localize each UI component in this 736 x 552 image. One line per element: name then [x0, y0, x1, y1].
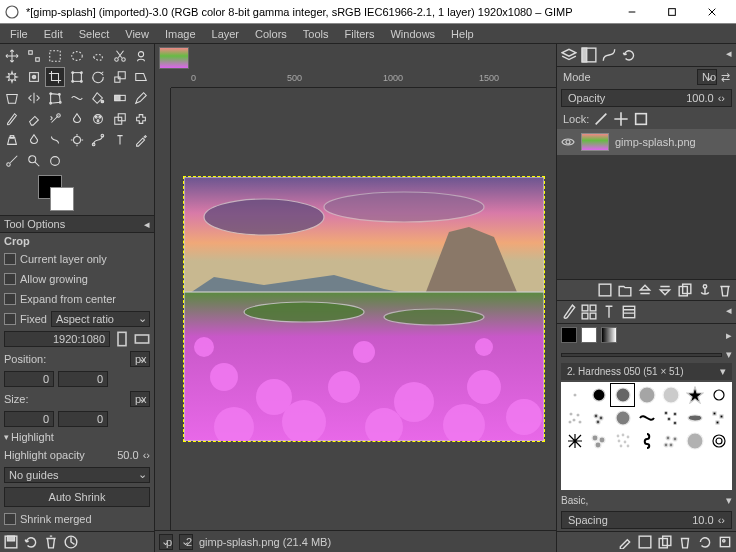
tool-airbrush[interactable]: [45, 109, 65, 129]
tool-eraser[interactable]: [24, 109, 44, 129]
brush-item[interactable]: [563, 384, 586, 406]
status-zoom-dropdown[interactable]: 28.9 %: [179, 534, 193, 550]
menu-image[interactable]: Image: [157, 26, 204, 42]
checkbox-icon[interactable]: [4, 253, 16, 265]
menu-select[interactable]: Select: [71, 26, 118, 42]
tool-clone[interactable]: [110, 109, 130, 129]
tool-smudge[interactable]: [45, 130, 65, 150]
color-swatches[interactable]: [0, 173, 154, 215]
brush-item[interactable]: [611, 384, 634, 406]
size-x-input[interactable]: 0: [4, 411, 54, 427]
brush-item[interactable]: [611, 430, 634, 452]
tool-text[interactable]: [110, 130, 130, 150]
minimize-button[interactable]: [612, 0, 652, 24]
checkbox-icon[interactable]: [4, 273, 16, 285]
guides-dropdown[interactable]: No guides: [4, 467, 150, 483]
size-y-input[interactable]: 0: [58, 411, 108, 427]
highlight-toggle[interactable]: Highlight: [0, 429, 154, 445]
tool-flip[interactable]: [24, 88, 44, 108]
tool-measure[interactable]: [2, 151, 22, 171]
edit-brush-icon[interactable]: [618, 535, 632, 549]
menu-tools[interactable]: Tools: [295, 26, 337, 42]
vertical-ruler[interactable]: [155, 88, 171, 530]
layer-row[interactable]: gimp-splash.png: [557, 129, 736, 155]
tool-gradient[interactable]: [110, 88, 130, 108]
brush-item[interactable]: [659, 407, 682, 429]
open-as-image-icon[interactable]: [718, 535, 732, 549]
tool-mypaint[interactable]: [88, 109, 108, 129]
brush-item[interactable]: [683, 407, 706, 429]
brush-item[interactable]: [635, 430, 658, 452]
tool-fuzzy-select[interactable]: [2, 67, 22, 87]
brush-preset-swatch[interactable]: [581, 327, 597, 343]
canvas[interactable]: [171, 88, 556, 530]
menu-filters[interactable]: Filters: [337, 26, 383, 42]
delete-layer-icon[interactable]: [718, 283, 732, 297]
raise-layer-icon[interactable]: [638, 283, 652, 297]
anchor-layer-icon[interactable]: [698, 283, 712, 297]
layers-list[interactable]: gimp-splash.png: [557, 129, 736, 279]
menu-edit[interactable]: Edit: [36, 26, 71, 42]
brush-item[interactable]: [659, 384, 682, 406]
reset-icon[interactable]: [64, 535, 78, 549]
brush-grid[interactable]: [561, 382, 732, 490]
brush-item[interactable]: [707, 407, 730, 429]
brush-item[interactable]: [587, 407, 610, 429]
tool-free-select[interactable]: [88, 46, 108, 66]
fonts-tab-icon[interactable]: [601, 304, 617, 320]
brush-item[interactable]: [563, 407, 586, 429]
checkbox-icon[interactable]: [4, 513, 16, 525]
tool-foreground-select[interactable]: [131, 46, 151, 66]
tool-rotate[interactable]: [88, 67, 108, 87]
tool-color-picker[interactable]: [131, 130, 151, 150]
chevron-down-icon[interactable]: ▾: [720, 365, 726, 378]
opt-fixed-checkbox[interactable]: [4, 313, 16, 325]
tool-unified-transform[interactable]: [67, 67, 87, 87]
tool-perspective-clone[interactable]: [2, 130, 22, 150]
brush-item[interactable]: [587, 430, 610, 452]
brush-item[interactable]: [611, 407, 634, 429]
tool-move[interactable]: [2, 46, 22, 66]
layers-tab-icon[interactable]: [561, 47, 577, 63]
lower-layer-icon[interactable]: [658, 283, 672, 297]
position-x-input[interactable]: 0: [4, 371, 54, 387]
brush-item[interactable]: [683, 384, 706, 406]
tool-by-color-select[interactable]: [24, 67, 44, 87]
layer-name[interactable]: gimp-splash.png: [615, 136, 696, 148]
panel-menu-icon[interactable]: ◂: [144, 218, 150, 231]
mode-dropdown[interactable]: Normal: [697, 69, 717, 85]
brush-preset-swatch[interactable]: [561, 327, 577, 343]
opt-shrink-merged[interactable]: Shrink merged: [0, 509, 154, 529]
crop-selection-border[interactable]: [183, 176, 545, 442]
visibility-icon[interactable]: [561, 135, 575, 149]
duplicate-layer-icon[interactable]: [678, 283, 692, 297]
auto-shrink-button[interactable]: Auto Shrink: [4, 487, 150, 507]
opt-current-layer-only[interactable]: Current layer only: [0, 249, 154, 269]
menu-colors[interactable]: Colors: [247, 26, 295, 42]
dock-menu-icon[interactable]: ◂: [726, 47, 732, 63]
refresh-brushes-icon[interactable]: [698, 535, 712, 549]
highlight-opacity-value[interactable]: 50.0: [117, 449, 138, 461]
tool-blur[interactable]: [24, 130, 44, 150]
brush-item[interactable]: [683, 430, 706, 452]
position-y-input[interactable]: 0: [58, 371, 108, 387]
menu-view[interactable]: View: [117, 26, 157, 42]
menu-windows[interactable]: Windows: [382, 26, 443, 42]
background-color[interactable]: [50, 187, 74, 211]
paths-tab-icon[interactable]: [601, 47, 617, 63]
undo-history-tab-icon[interactable]: [621, 47, 637, 63]
dock-menu-icon[interactable]: ◂: [726, 304, 732, 320]
tool-ellipse-select[interactable]: [67, 46, 87, 66]
document-tab[interactable]: [159, 47, 189, 69]
brush-item[interactable]: [563, 430, 586, 452]
new-layer-icon[interactable]: [598, 283, 612, 297]
opt-allow-growing[interactable]: Allow growing: [0, 269, 154, 289]
channels-tab-icon[interactable]: [581, 47, 597, 63]
tool-paths[interactable]: [88, 130, 108, 150]
delete-preset-icon[interactable]: [44, 535, 58, 549]
brush-filter-input[interactable]: [561, 353, 722, 357]
brush-category[interactable]: Basic,: [561, 495, 722, 506]
patterns-tab-icon[interactable]: [581, 304, 597, 320]
new-brush-icon[interactable]: [638, 535, 652, 549]
tool-scissors[interactable]: [110, 46, 130, 66]
